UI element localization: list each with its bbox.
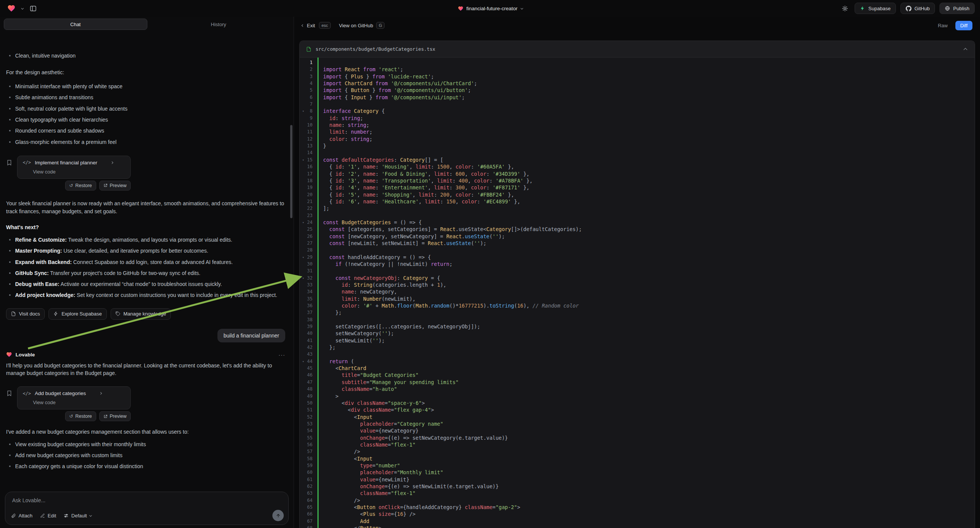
send-button[interactable] bbox=[272, 510, 284, 521]
add-budget-categories-card[interactable]: </> Add budget categories View code bbox=[17, 386, 131, 409]
code-line: 3import { Plus } from 'lucide-react'; bbox=[300, 73, 975, 80]
project-switcher[interactable]: financial-future-creator bbox=[458, 0, 522, 17]
settings-gear-icon[interactable] bbox=[840, 3, 850, 14]
bookmark-icon[interactable] bbox=[6, 159, 13, 191]
manage-knowledge-button[interactable]: Manage knowledge bbox=[111, 308, 171, 320]
list-item: Debug with Ease: Activate our experiment… bbox=[8, 280, 285, 288]
code-viewer-panel: Exit esc View on GitHub G Raw Diff src/c… bbox=[294, 17, 980, 528]
view-code-link[interactable]: View code bbox=[23, 399, 125, 405]
paperclip-icon bbox=[11, 513, 16, 518]
list-item: Minimalist interface with plenty of whit… bbox=[8, 83, 285, 90]
code-brackets-icon: </> bbox=[23, 160, 31, 165]
chat-scrollbar-thumb[interactable] bbox=[290, 125, 293, 218]
restore-button[interactable]: ↺ Restore bbox=[65, 411, 96, 421]
code-line: 7 bbox=[300, 101, 975, 108]
code-line: 14 bbox=[300, 149, 975, 156]
supabase-label: Supabase bbox=[868, 6, 891, 11]
code-line: 31 bbox=[300, 267, 975, 274]
collapse-file-button[interactable] bbox=[963, 44, 968, 54]
chat-message-list[interactable]: Clean, intuitive navigation For the desi… bbox=[0, 47, 294, 488]
code-line: 36 color: '#' + Math.floor(Math.random()… bbox=[300, 302, 975, 309]
lovable-logo-heart-icon[interactable] bbox=[6, 3, 17, 14]
code-line: 33 id: String(categories.length + 1), bbox=[300, 281, 975, 288]
code-line: 18 { id: '3', name: 'Transportation', li… bbox=[300, 177, 975, 184]
chat-panel: Chat History Clean, intuitive navigation… bbox=[0, 17, 294, 528]
list-item: Master Prompting: Use clear, detailed, a… bbox=[8, 247, 285, 254]
code-line: ▾15const defaultCategories: Category[] =… bbox=[300, 156, 975, 163]
code-brackets-icon: </> bbox=[23, 391, 31, 396]
code-line: 41 setNewLimit(''); bbox=[300, 337, 975, 344]
attach-button[interactable]: Attach bbox=[11, 513, 33, 518]
code-line: 34 name: newCategory, bbox=[300, 288, 975, 295]
edit-button[interactable]: Edit bbox=[40, 513, 56, 518]
code-line: 2import React from 'react'; bbox=[300, 66, 975, 73]
message-options-icon[interactable]: ··· bbox=[278, 351, 285, 358]
tool-card-title-row: </> Implement financial planner bbox=[23, 160, 125, 165]
preview-button[interactable]: Preview bbox=[99, 411, 131, 421]
diff-added-gutter-bar bbox=[317, 57, 318, 528]
supabase-button[interactable]: Supabase bbox=[854, 3, 896, 14]
list-item: Rounded corners and subtle shadows bbox=[8, 127, 285, 134]
raw-toggle-button[interactable]: Raw bbox=[935, 21, 950, 30]
chat-input[interactable] bbox=[11, 497, 282, 504]
github-icon bbox=[906, 6, 912, 11]
code-line: 4import ChartCard from '@/components/ui/… bbox=[300, 80, 975, 87]
mode-selector[interactable]: Default bbox=[64, 513, 91, 518]
quick-actions-row: Visit docs Explore Supabase Manage knowl… bbox=[6, 308, 285, 320]
pencil-icon bbox=[40, 513, 45, 518]
sliders-icon bbox=[64, 513, 68, 518]
diff-toggle-button[interactable]: Diff bbox=[955, 21, 972, 30]
design-bullet-list: Minimalist interface with plenty of whit… bbox=[6, 83, 285, 146]
github-label: GitHub bbox=[915, 6, 930, 11]
tool-card-title: Implement financial planner bbox=[35, 160, 97, 165]
tool-card-block: </> Add budget categories View code ↺ Re… bbox=[6, 386, 285, 421]
project-name: financial-future-creator bbox=[466, 6, 517, 11]
explore-supabase-button[interactable]: Explore Supabase bbox=[48, 308, 107, 320]
file-header[interactable]: src/components/budget/BudgetCategories.t… bbox=[300, 41, 975, 57]
list-item: Each category gets a unique color for vi… bbox=[8, 463, 285, 470]
implement-financial-planner-card[interactable]: </> Implement financial planner View cod… bbox=[17, 156, 131, 179]
code-line: 38 bbox=[300, 316, 975, 323]
code-line: 55 onChange={(e) => setNewCategory(e.tar… bbox=[300, 434, 975, 441]
code-editor-area[interactable]: 12import React from 'react';3import { Pl… bbox=[300, 57, 975, 528]
github-button[interactable]: GitHub bbox=[900, 3, 935, 14]
bookmark-icon[interactable] bbox=[6, 390, 13, 421]
supabase-icon bbox=[860, 6, 865, 11]
view-code-link[interactable]: View code bbox=[23, 169, 125, 175]
card-toolbar: ↺ Restore Preview bbox=[17, 411, 131, 421]
code-line: 35 limit: Number(newLimit), bbox=[300, 296, 975, 302]
code-line: ▾24const BudgetCategories = () => { bbox=[300, 219, 975, 226]
tool-card-title-row: </> Add budget categories bbox=[23, 391, 125, 396]
code-line: 51 <div className="flex gap-4"> bbox=[300, 406, 975, 413]
ready-paragraph: Your sleek financial planner is now read… bbox=[6, 200, 285, 215]
restore-button[interactable]: ↺ Restore bbox=[65, 181, 96, 191]
code-line: 39 setCategories([...categories, newCate… bbox=[300, 323, 975, 330]
workspace-chevron-down-icon[interactable] bbox=[21, 7, 24, 10]
document-icon bbox=[11, 311, 16, 316]
code-line: ▾44 return ( bbox=[300, 358, 975, 365]
list-item: Clean typography with clear hierarchies bbox=[8, 116, 285, 124]
list-item: Subtle animations and transitions bbox=[8, 94, 285, 101]
tab-history[interactable]: History bbox=[147, 19, 290, 30]
mode-label: Default bbox=[71, 513, 87, 518]
code-line: 12 color: string; bbox=[300, 135, 975, 142]
publish-button[interactable]: Publish bbox=[939, 3, 975, 14]
visit-docs-button[interactable]: Visit docs bbox=[6, 308, 45, 320]
preview-label: Preview bbox=[110, 183, 127, 188]
preview-button[interactable]: Preview bbox=[99, 181, 131, 191]
view-on-github-button[interactable]: View on GitHub G bbox=[339, 22, 385, 29]
toggle-sidebar-icon[interactable] bbox=[28, 3, 38, 14]
restore-icon: ↺ bbox=[69, 413, 73, 419]
exit-label: Exit bbox=[307, 23, 315, 29]
code-line: 10 name: string; bbox=[300, 122, 975, 129]
assistant-paragraph: I'll help you add budget categories to t… bbox=[6, 362, 285, 377]
code-viewer-toolbar: Exit esc View on GitHub G Raw Diff bbox=[294, 17, 980, 34]
tab-chat[interactable]: Chat bbox=[4, 19, 147, 30]
code-view-mode-switch: Raw Diff bbox=[935, 21, 972, 30]
code-line: 26 const [newCategory, setNewCategory] =… bbox=[300, 233, 975, 240]
code-line: 13} bbox=[300, 142, 975, 149]
whats-next-list: Refine & Customize: Tweak the design, an… bbox=[6, 236, 285, 299]
code-line: 68 </Button> bbox=[300, 525, 975, 528]
exit-button[interactable]: Exit bbox=[302, 23, 315, 29]
code-file-card: src/components/budget/BudgetCategories.t… bbox=[299, 41, 975, 528]
